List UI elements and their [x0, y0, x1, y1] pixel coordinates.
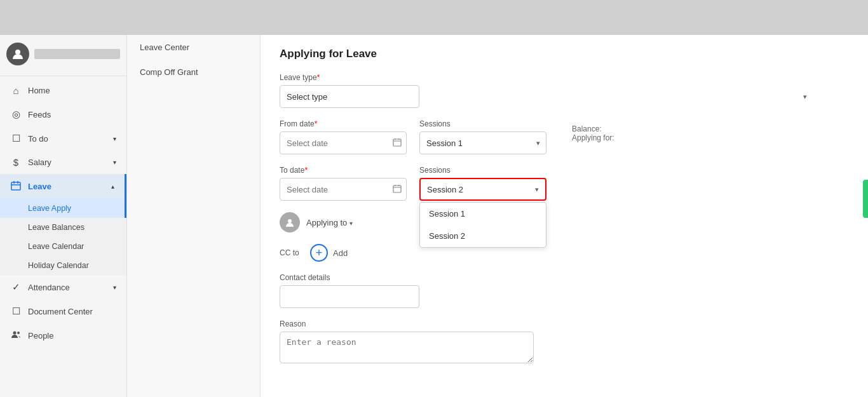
reason-group: Reason: [280, 320, 813, 363]
sec-sidebar-comp-off-grant[interactable]: Comp Off Grant: [127, 60, 260, 84]
svg-point-3: [17, 332, 20, 334]
from-date-input[interactable]: [280, 131, 407, 154]
sessions-1-label: Sessions: [419, 119, 546, 128]
applying-to-row: Applying to ▾: [280, 212, 813, 232]
cc-to-label: CC to: [280, 248, 305, 257]
form-title: Applying for Leave: [280, 48, 813, 60]
sessions-2-label: Sessions: [419, 166, 546, 175]
chevron-down-icon: ▾: [113, 159, 116, 166]
sidebar: ⌂ Home ◎ Feeds ☐ To do ▾ $ Salary ▾ Leav…: [0, 0, 127, 397]
to-date-row: To date* Sessions Session 2 ▾: [280, 166, 813, 201]
to-date-input-wrap: [280, 178, 407, 201]
nav-sub-holiday-calendar[interactable]: Holiday Calendar: [0, 256, 126, 275]
people-icon: [10, 330, 22, 342]
from-date-group: From date*: [280, 119, 407, 154]
applying-for-label: Applying for:: [572, 133, 614, 142]
from-date-input-wrap: [280, 131, 407, 154]
add-label[interactable]: Add: [333, 248, 348, 258]
svg-point-6: [288, 219, 292, 223]
session-option-1[interactable]: Session 1: [420, 203, 546, 225]
nav-sub-leave-apply[interactable]: Leave Apply: [0, 199, 126, 218]
sidebar-item-people[interactable]: People: [0, 323, 126, 348]
document-icon: ☐: [10, 306, 22, 317]
session2-value: Session 2: [427, 185, 463, 194]
sidebar-item-document-center[interactable]: ☐ Document Center: [0, 299, 126, 323]
attendance-icon: ✓: [10, 281, 22, 293]
green-bar: [863, 180, 868, 218]
sidebar-item-home[interactable]: ⌂ Home: [0, 79, 126, 102]
home-icon: ⌂: [10, 85, 22, 96]
chevron-down-icon: ▾: [535, 185, 539, 194]
session2-dropdown-wrap: Session 2 ▾ Session 1 Session 2: [419, 178, 546, 201]
to-date-group: To date*: [280, 166, 407, 201]
session1-select[interactable]: Session 1 Session 2: [419, 131, 546, 154]
svg-rect-1: [11, 182, 20, 190]
leave-icon: [10, 180, 22, 192]
balance-area: Balance: Applying for:: [572, 119, 614, 142]
svg-point-2: [13, 332, 17, 335]
balance-label: Balance:: [572, 124, 614, 133]
sessions-2-group: Sessions Session 2 ▾ Session 1 Session 2: [419, 166, 546, 201]
leave-type-group: Leave type* Select type ▾: [280, 73, 813, 108]
sidebar-item-todo[interactable]: ☐ To do ▾: [0, 126, 126, 151]
leave-type-label: Leave type*: [280, 73, 813, 82]
applying-to-label[interactable]: Applying to ▾: [306, 218, 353, 227]
avatar: [6, 43, 29, 65]
applying-chevron: ▾: [349, 220, 353, 227]
chevron-down-icon: ▾: [113, 135, 116, 142]
to-date-label: To date*: [280, 166, 407, 175]
nav-sub-leave-balances[interactable]: Leave Balances: [0, 218, 126, 237]
top-bar: [0, 0, 868, 35]
to-date-input[interactable]: [280, 178, 407, 201]
sidebar-item-feeds[interactable]: ◎ Feeds: [0, 102, 126, 126]
leave-submenu: Leave Apply Leave Balances Leave Calenda…: [0, 199, 126, 275]
contact-details-group: Contact details: [280, 273, 813, 308]
from-date-row: From date* Sessions Session 1 Session 2: [280, 119, 813, 154]
from-date-label: From date*: [280, 119, 407, 128]
feeds-icon: ◎: [10, 109, 22, 120]
add-cc-button[interactable]: +: [310, 244, 328, 262]
chevron-down-icon: ▾: [113, 284, 116, 291]
session-option-2[interactable]: Session 2: [420, 225, 546, 247]
main-content: Applying for Leave Leave type* Select ty…: [261, 0, 868, 397]
sec-sidebar-leave-center[interactable]: Leave Center: [127, 35, 260, 60]
chevron-down-icon: ▾: [803, 93, 807, 101]
todo-icon: ☐: [10, 133, 22, 144]
chevron-up-icon: ▴: [111, 183, 114, 190]
profile-name-bar: [34, 49, 120, 59]
leave-type-select-wrap: Select type ▾: [280, 85, 813, 108]
salary-icon: $: [10, 157, 22, 168]
secondary-sidebar: Leave Center Comp Off Grant: [127, 0, 261, 397]
svg-point-0: [15, 50, 20, 55]
reason-label: Reason: [280, 320, 813, 328]
reason-textarea[interactable]: [280, 332, 534, 363]
session2-dropdown-menu: Session 1 Session 2: [419, 202, 546, 248]
contact-details-input[interactable]: [280, 285, 419, 308]
sidebar-item-salary[interactable]: $ Salary ▾: [0, 151, 126, 174]
sidebar-item-leave[interactable]: Leave ▴: [0, 174, 126, 199]
sidebar-profile: [0, 35, 126, 76]
applying-avatar: [280, 212, 300, 232]
nav-sub-leave-calendar[interactable]: Leave Calendar: [0, 237, 126, 256]
session2-dropdown-btn[interactable]: Session 2 ▾: [419, 178, 546, 201]
sidebar-item-attendance[interactable]: ✓ Attendance ▾: [0, 275, 126, 299]
session1-select-wrap: Session 1 Session 2 ▾: [419, 131, 546, 154]
contact-details-label: Contact details: [280, 273, 813, 282]
leave-type-select[interactable]: Select type: [280, 85, 419, 108]
cc-to-row: CC to + Add: [280, 244, 813, 262]
sessions-1-group: Sessions Session 1 Session 2 ▾: [419, 119, 546, 154]
